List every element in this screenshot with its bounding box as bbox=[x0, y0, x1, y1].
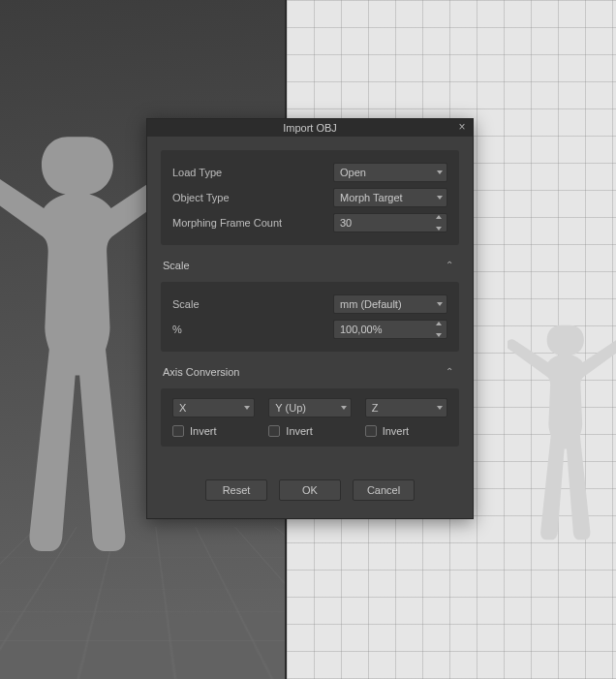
ok-button[interactable]: OK bbox=[279, 479, 341, 501]
chevron-down-icon bbox=[341, 406, 347, 410]
percent-input[interactable]: 100,00% bbox=[333, 320, 447, 339]
scale-value: mm (Default) bbox=[340, 298, 402, 310]
axis-z-select[interactable]: Z bbox=[365, 398, 447, 417]
chevron-down-icon bbox=[244, 406, 250, 410]
object-type-select[interactable]: Morph Target bbox=[333, 188, 447, 207]
load-type-label: Load Type bbox=[172, 167, 333, 178]
scale-section-header[interactable]: Scale ⌃ bbox=[163, 255, 457, 276]
spinner-arrows[interactable] bbox=[433, 215, 445, 231]
invert-x-label: Invert bbox=[190, 425, 217, 437]
object-type-value: Morph Target bbox=[340, 192, 403, 203]
axis-y-value: Y (Up) bbox=[275, 402, 306, 414]
scale-header-label: Scale bbox=[163, 260, 190, 271]
chevron-down-icon bbox=[437, 170, 443, 174]
axis-x-value: X bbox=[179, 402, 186, 414]
figure-silhouette-right bbox=[508, 320, 616, 601]
load-type-select[interactable]: Open bbox=[333, 163, 447, 182]
dialog-titlebar[interactable]: Import OBJ × bbox=[147, 119, 473, 137]
percent-value: 100,00% bbox=[340, 324, 382, 335]
axis-z-value: Z bbox=[372, 402, 379, 414]
axis-section-header[interactable]: Axis Conversion ⌃ bbox=[163, 361, 457, 383]
axis-x-select[interactable]: X bbox=[172, 398, 255, 417]
scale-label: Scale bbox=[172, 298, 333, 310]
close-icon[interactable]: × bbox=[455, 121, 469, 135]
chevron-up-icon: ⌃ bbox=[446, 260, 457, 271]
chevron-up-icon: ⌃ bbox=[446, 366, 457, 378]
axis-header-label: Axis Conversion bbox=[163, 366, 239, 378]
reset-button[interactable]: Reset bbox=[205, 479, 267, 501]
chevron-down-icon bbox=[437, 196, 443, 200]
axis-y-select[interactable]: Y (Up) bbox=[268, 398, 351, 417]
axis-panel: X Y (Up) Z Invert I bbox=[161, 388, 459, 447]
import-obj-dialog: Import OBJ × Load Type Open Object Type … bbox=[146, 118, 474, 519]
scale-panel: Scale mm (Default) % 100,00% bbox=[161, 282, 459, 352]
spinner-arrows[interactable] bbox=[433, 322, 445, 337]
load-panel: Load Type Open Object Type Morph Target bbox=[161, 150, 459, 245]
invert-y-label: Invert bbox=[286, 425, 313, 437]
percent-label: % bbox=[172, 324, 333, 335]
invert-x-checkbox[interactable] bbox=[172, 425, 184, 437]
chevron-down-icon bbox=[437, 406, 443, 410]
invert-y-checkbox[interactable] bbox=[268, 425, 280, 437]
invert-z-label: Invert bbox=[383, 425, 410, 437]
invert-z-checkbox[interactable] bbox=[365, 425, 377, 437]
morph-count-value: 30 bbox=[340, 217, 352, 229]
scale-select[interactable]: mm (Default) bbox=[333, 294, 447, 314]
chevron-down-icon bbox=[437, 302, 443, 306]
load-type-value: Open bbox=[340, 167, 366, 178]
object-type-label: Object Type bbox=[172, 192, 333, 203]
morph-count-input[interactable]: 30 bbox=[333, 213, 447, 232]
morph-count-label: Morphing Frame Count bbox=[172, 217, 333, 229]
dialog-title: Import OBJ bbox=[283, 122, 337, 134]
cancel-button[interactable]: Cancel bbox=[353, 479, 415, 501]
